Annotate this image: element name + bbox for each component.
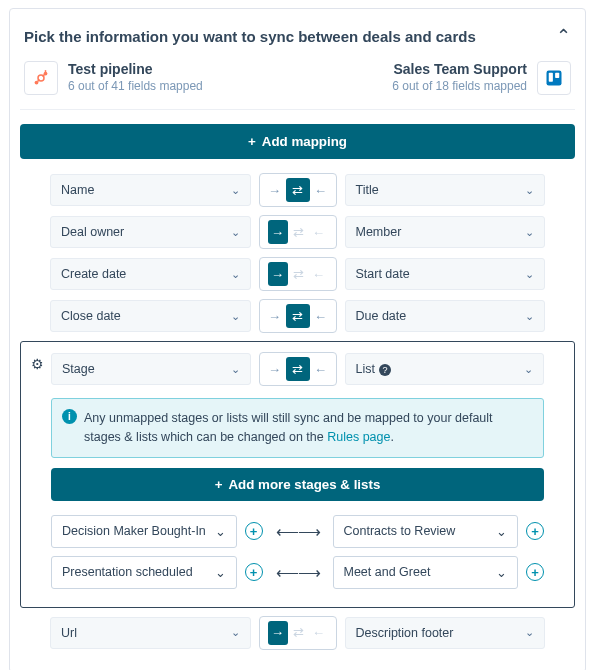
arrow-left-icon: ←	[310, 625, 328, 640]
left-source-sub: 6 out of 41 fields mapped	[68, 79, 203, 93]
chevron-down-icon: ⌄	[231, 226, 240, 239]
double-arrow-icon: ⟵⟶	[271, 522, 325, 541]
plus-icon: +	[248, 134, 256, 149]
direction-toggle[interactable]: →⇄←	[259, 173, 337, 207]
stage-sub-right-select[interactable]: Meet and Greet⌄	[333, 556, 519, 589]
tail-left-select[interactable]: Url ⌄	[50, 617, 251, 649]
add-left-button[interactable]: +	[245, 563, 263, 581]
stage-right-select[interactable]: List? ⌄	[345, 353, 545, 385]
mapping-left-select[interactable]: Name⌄	[50, 174, 251, 206]
arrow-left-icon: ←	[312, 362, 330, 377]
add-left-button[interactable]: +	[245, 522, 263, 540]
mapping-left-select[interactable]: Create date⌄	[50, 258, 251, 290]
mapping-left-select[interactable]: Deal owner⌄	[50, 216, 251, 248]
right-source-sub: 6 out of 18 fields mapped	[392, 79, 527, 93]
arrow-right-icon: →	[268, 262, 288, 286]
swap-icon: ⇄	[290, 225, 308, 240]
arrow-right-icon: →	[268, 220, 288, 244]
stage-sub-right-select[interactable]: Contracts to Review⌄	[333, 515, 519, 548]
trello-icon	[537, 61, 571, 95]
gear-icon[interactable]: ⚙	[31, 356, 44, 372]
collapse-icon[interactable]: ⌃	[556, 25, 571, 47]
mapping-right-select[interactable]: Member⌄	[345, 216, 546, 248]
svg-rect-8	[555, 73, 559, 78]
stage-sub-left-select[interactable]: Presentation scheduled⌄	[51, 556, 237, 589]
chevron-down-icon: ⌄	[231, 310, 240, 323]
swap-icon: ⇄	[286, 178, 310, 202]
add-mapping-button[interactable]: + Add mapping	[20, 124, 575, 159]
chevron-down-icon: ⌄	[231, 626, 240, 639]
chevron-down-icon: ⌄	[231, 268, 240, 281]
chevron-down-icon: ⌄	[525, 310, 534, 323]
chevron-down-icon: ⌄	[524, 363, 533, 376]
arrow-left-icon: ←	[312, 183, 330, 198]
direction-toggle[interactable]: →⇄←	[259, 257, 337, 291]
chevron-down-icon: ⌄	[496, 524, 507, 539]
left-source-name: Test pipeline	[68, 61, 203, 77]
info-icon: i	[62, 409, 77, 424]
mapping-right-select[interactable]: Title⌄	[345, 174, 546, 206]
add-right-button[interactable]: +	[526, 563, 544, 581]
hubspot-icon	[24, 61, 58, 95]
direction-toggle[interactable]: → ⇄ ←	[259, 616, 337, 650]
chevron-down-icon: ⌄	[215, 524, 226, 539]
rules-page-link[interactable]: Rules page	[327, 430, 390, 444]
arrow-right-icon: →	[268, 621, 288, 645]
help-icon[interactable]: ?	[379, 364, 391, 376]
chevron-down-icon: ⌄	[231, 184, 240, 197]
double-arrow-icon: ⟵⟶	[271, 563, 325, 582]
arrow-left-icon: ←	[310, 267, 328, 282]
swap-icon: ⇄	[290, 267, 308, 282]
mapping-left-select[interactable]: Close date⌄	[50, 300, 251, 332]
plus-icon: +	[215, 477, 223, 492]
chevron-down-icon: ⌄	[231, 363, 240, 376]
swap-icon: ⇄	[286, 304, 310, 328]
chevron-down-icon: ⌄	[496, 565, 507, 580]
arrow-left-icon: ←	[310, 225, 328, 240]
chevron-down-icon: ⌄	[525, 626, 534, 639]
mapping-right-select[interactable]: Due date⌄	[345, 300, 546, 332]
arrow-right-icon: →	[266, 183, 284, 198]
add-stages-button[interactable]: + Add more stages & lists	[51, 468, 544, 501]
direction-toggle[interactable]: →⇄←	[259, 215, 337, 249]
add-right-button[interactable]: +	[526, 522, 544, 540]
swap-icon: ⇄	[290, 625, 308, 640]
mapping-right-select[interactable]: Start date⌄	[345, 258, 546, 290]
info-banner: i Any unmapped stages or lists will stil…	[51, 398, 544, 458]
arrow-right-icon: →	[266, 362, 284, 377]
direction-toggle[interactable]: →⇄←	[259, 299, 337, 333]
arrow-left-icon: ←	[312, 309, 330, 324]
chevron-down-icon: ⌄	[525, 268, 534, 281]
stage-left-select[interactable]: Stage ⌄	[51, 353, 251, 385]
chevron-down-icon: ⌄	[215, 565, 226, 580]
right-source-name: Sales Team Support	[392, 61, 527, 77]
page-title: Pick the information you want to sync be…	[24, 28, 476, 45]
direction-toggle[interactable]: → ⇄ ←	[259, 352, 337, 386]
arrow-right-icon: →	[266, 309, 284, 324]
stage-sub-left-select[interactable]: Decision Maker Bought-In⌄	[51, 515, 237, 548]
swap-icon: ⇄	[286, 357, 310, 381]
chevron-down-icon: ⌄	[525, 226, 534, 239]
svg-rect-7	[549, 73, 553, 82]
chevron-down-icon: ⌄	[525, 184, 534, 197]
tail-right-select[interactable]: Description footer ⌄	[345, 617, 546, 649]
